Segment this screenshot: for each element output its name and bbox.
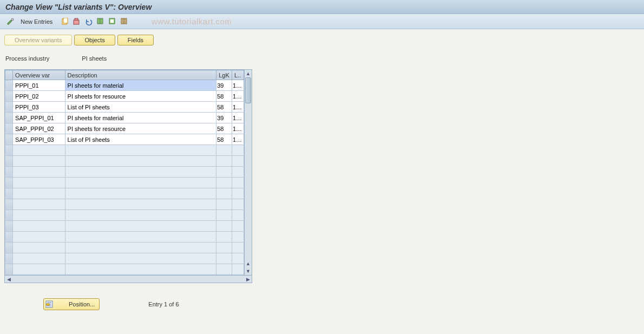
lgk-input[interactable] <box>216 80 232 90</box>
lgk-input[interactable] <box>216 188 232 199</box>
description-input[interactable] <box>65 264 216 274</box>
overview-var-input[interactable] <box>13 210 65 220</box>
lgk-input[interactable] <box>216 264 232 274</box>
description-input[interactable] <box>65 188 216 199</box>
description-input[interactable] <box>65 91 216 101</box>
select-block-icon[interactable] <box>108 17 117 27</box>
description-input[interactable] <box>65 123 216 134</box>
hscroll-track[interactable] <box>12 276 244 283</box>
new-entries-button[interactable]: New Entries <box>17 17 56 26</box>
scroll-left-icon[interactable]: ◀ <box>5 276 12 283</box>
row-selector[interactable] <box>5 80 13 91</box>
row-selector[interactable] <box>5 134 13 145</box>
description-input[interactable] <box>65 210 216 220</box>
row-selector[interactable] <box>5 232 13 243</box>
lgk-input[interactable] <box>216 123 232 134</box>
row-selector[interactable] <box>5 113 13 123</box>
tab-objects[interactable]: Objects <box>74 35 115 45</box>
overview-var-input[interactable] <box>13 232 65 242</box>
vertical-scrollbar[interactable]: ▲ ▲ ▼ <box>244 70 252 275</box>
row-selector[interactable] <box>5 253 13 264</box>
l-input[interactable] <box>232 188 244 199</box>
scroll-up-icon[interactable]: ▲ <box>245 70 252 77</box>
l-input[interactable] <box>232 243 244 253</box>
l-input[interactable] <box>232 102 244 112</box>
tab-overview-variants[interactable]: Overview variants <box>4 35 72 45</box>
horizontal-scrollbar[interactable]: ◀ ▶ <box>4 276 252 283</box>
vscroll-track[interactable] <box>245 77 252 260</box>
l-input[interactable] <box>232 264 244 274</box>
l-input[interactable] <box>232 145 244 155</box>
l-input[interactable] <box>232 178 244 188</box>
lgk-input[interactable] <box>216 210 232 220</box>
overview-var-input[interactable] <box>13 80 65 90</box>
lgk-input[interactable] <box>216 91 232 101</box>
row-selector[interactable] <box>5 178 13 188</box>
lgk-input[interactable] <box>216 199 232 209</box>
overview-var-input[interactable] <box>13 188 65 199</box>
description-input[interactable] <box>65 199 216 209</box>
description-input[interactable] <box>65 80 216 90</box>
col-header-description[interactable]: Description <box>65 70 216 80</box>
l-input[interactable] <box>232 80 244 90</box>
l-input[interactable] <box>232 113 244 123</box>
delete-icon[interactable] <box>72 17 82 27</box>
col-header-overview-var[interactable]: Overview var <box>13 70 65 80</box>
row-selector[interactable] <box>5 264 13 275</box>
scroll-up2-icon[interactable]: ▲ <box>245 260 252 267</box>
lgk-input[interactable] <box>216 243 232 253</box>
lgk-input[interactable] <box>216 134 232 145</box>
l-input[interactable] <box>232 134 244 145</box>
description-input[interactable] <box>65 145 216 155</box>
overview-var-input[interactable] <box>13 199 65 209</box>
description-input[interactable] <box>65 156 216 166</box>
row-selector[interactable] <box>5 156 13 167</box>
row-selector[interactable] <box>5 199 13 210</box>
copy-icon[interactable] <box>60 17 70 27</box>
l-input[interactable] <box>232 221 244 231</box>
overview-var-input[interactable] <box>13 134 65 145</box>
overview-var-input[interactable] <box>13 167 65 177</box>
description-input[interactable] <box>65 167 216 177</box>
row-selector[interactable] <box>5 145 13 156</box>
overview-var-input[interactable] <box>13 113 65 123</box>
lgk-input[interactable] <box>216 113 232 123</box>
l-input[interactable] <box>232 91 244 101</box>
deselect-all-icon[interactable] <box>120 17 129 27</box>
lgk-input[interactable] <box>216 145 232 155</box>
l-input[interactable] <box>232 167 244 177</box>
row-selector[interactable] <box>5 123 13 134</box>
overview-var-input[interactable] <box>13 123 65 134</box>
row-selector[interactable] <box>5 243 13 253</box>
overview-var-input[interactable] <box>13 178 65 188</box>
scroll-right-icon[interactable]: ▶ <box>244 276 252 283</box>
col-header-l[interactable]: L.. <box>232 70 244 80</box>
lgk-input[interactable] <box>216 178 232 188</box>
row-selector[interactable] <box>5 102 13 113</box>
description-input[interactable] <box>65 243 216 253</box>
overview-var-input[interactable] <box>13 253 65 264</box>
description-input[interactable] <box>65 134 216 145</box>
col-header-select[interactable] <box>5 70 13 80</box>
select-all-icon[interactable] <box>96 17 106 27</box>
lgk-input[interactable] <box>216 232 232 242</box>
row-selector[interactable] <box>5 91 13 102</box>
lgk-input[interactable] <box>216 221 232 231</box>
lgk-input[interactable] <box>216 167 232 177</box>
overview-var-input[interactable] <box>13 91 65 101</box>
lgk-input[interactable] <box>216 253 232 264</box>
scroll-down-icon[interactable]: ▼ <box>245 267 252 275</box>
l-input[interactable] <box>232 253 244 264</box>
description-input[interactable] <box>65 102 216 112</box>
l-input[interactable] <box>232 232 244 242</box>
undo-icon[interactable] <box>84 17 94 27</box>
vscroll-thumb[interactable] <box>245 77 251 103</box>
l-input[interactable] <box>232 210 244 220</box>
description-input[interactable] <box>65 178 216 188</box>
description-input[interactable] <box>65 253 216 264</box>
l-input[interactable] <box>232 123 244 134</box>
row-selector[interactable] <box>5 188 13 199</box>
position-button[interactable]: Position... <box>43 298 100 310</box>
row-selector[interactable] <box>5 167 13 178</box>
toggle-display-change-icon[interactable] <box>5 17 15 27</box>
